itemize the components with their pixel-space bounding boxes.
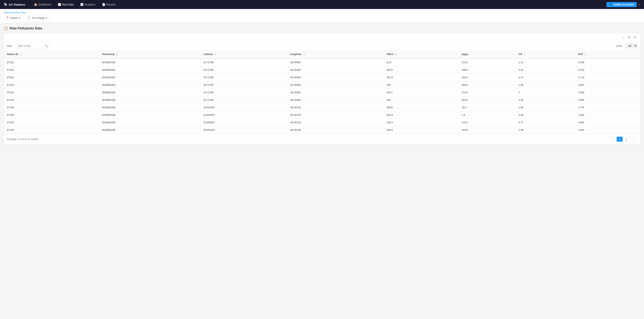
nav-dashboard[interactable]: 🏠 Dashboard	[31, 2, 54, 8]
timestamp-cell: 1638561598	[99, 96, 200, 104]
filter-input[interactable]	[16, 43, 49, 48]
table-row: ST105163856159433.933337-84.35729139.341…	[4, 119, 640, 126]
pm10-cell: 375.6	[459, 89, 516, 96]
latitude-header[interactable]: Latitude ▲▼	[200, 50, 287, 58]
close-button[interactable]: ✕	[633, 35, 637, 40]
filter-label: Filter:	[7, 44, 13, 47]
pm10-cell: 19.5	[459, 104, 516, 111]
section-icon: 📋	[4, 26, 8, 30]
nav-links: 🏠 Dashboard 📈 Raw Data 📊 Analytics 📄 Rep…	[31, 2, 607, 8]
download-raw-data-link[interactable]: Download Raw Data	[4, 11, 26, 14]
station-filter-button[interactable]: 📍 Station ▾	[4, 16, 23, 20]
station-id-sort[interactable]: ▲▼	[20, 53, 22, 56]
station-id-cell: ST102	[4, 96, 99, 104]
prev-page-button[interactable]: ←	[609, 136, 616, 142]
table-row: ST102163856159233.71795-84.45454397.9424…	[4, 74, 640, 81]
longitude-sort[interactable]: ▲▼	[303, 53, 305, 56]
latitude-cell: 33.71795	[200, 74, 287, 81]
collapse-button[interactable]: ⌄	[621, 35, 626, 40]
navbar-right: 👤 ADMIN ACCOUNT ▾	[606, 2, 640, 7]
so2-cell: 0.713	[575, 74, 640, 81]
station-id-cell: ST105	[4, 104, 99, 111]
user-icon: 👤	[609, 3, 612, 6]
co-cell: 1.83	[516, 104, 575, 111]
so2-sort[interactable]: ▲▼	[584, 53, 586, 56]
refresh-button[interactable]: ↻	[627, 35, 632, 40]
timestamp-sort[interactable]: ▲▼	[116, 53, 118, 56]
pm25-cell: 462.5	[384, 66, 458, 74]
pm10-cell: 416.3	[459, 119, 516, 126]
timestamp-cell: 1638561592	[99, 74, 200, 81]
table-row: ST102163856158933.71795-84.4545462.9270.…	[4, 58, 640, 66]
pm25-sort[interactable]: ▲▼	[395, 53, 397, 56]
table-row: ST105163856158833.933337-84.35729486.619…	[4, 104, 640, 111]
longitude-cell: -84.45454	[287, 66, 384, 74]
chevron-down-icon[interactable]: ▾	[639, 4, 640, 6]
next-page-button[interactable]: →	[630, 136, 637, 142]
timestamp-cell: 1638561588	[99, 104, 200, 111]
co-cell: 1.13	[516, 58, 575, 66]
latitude-cell: 33.71795	[200, 96, 287, 104]
station-filter-icon: 📍	[6, 16, 9, 19]
latitude-cell: 33.71795	[200, 58, 287, 66]
pagination-row: Showing 1 to 10 of 11 entries ← 1 2 →	[4, 134, 640, 144]
co-cell: 3.29	[516, 96, 575, 104]
show-label: Show:	[616, 44, 623, 47]
pm25-cell: 397.9	[384, 74, 458, 81]
timestamp-cell: 1638561595	[99, 89, 200, 96]
pm10-cell: 270.2	[459, 58, 516, 66]
so2-cell: 0.661	[575, 81, 640, 89]
co-cell: 3	[516, 89, 575, 96]
time-range-filter-button[interactable]: 🕐 Time Range ▾	[25, 16, 50, 20]
station-id-cell: ST102	[4, 81, 99, 89]
station-id-header[interactable]: Station ID ▲▼	[4, 50, 99, 58]
co-header[interactable]: CO ▲▼	[516, 50, 575, 58]
card-actions: ⌄ ↻ ✕	[621, 35, 637, 40]
station-id-cell: ST105	[4, 119, 99, 126]
station-id-cell: ST102	[4, 66, 99, 74]
longitude-header[interactable]: Longitude ▲▼	[287, 50, 384, 58]
table-card: ⌄ ↻ ✕ Filter: 🔍 Show: 10 25 50 100	[4, 34, 640, 144]
timestamp-header[interactable]: Timestamp ▲▼	[99, 50, 200, 58]
nav-raw-data[interactable]: 📈 Raw Data	[55, 2, 76, 8]
pm25-cell: 254.1	[384, 89, 458, 96]
latitude-cell: 33.933337	[200, 119, 287, 126]
nav-reports[interactable]: 📄 Reports	[99, 2, 118, 8]
so2-cell: 0.065	[575, 96, 640, 104]
filter-row: Filter: 🔍 Show: 10 25 50 100	[4, 42, 640, 50]
brand[interactable]: 📡 IoT Platform	[4, 3, 25, 6]
pm10-cell: 1.3	[459, 111, 516, 119]
pm25-cell: 263.4	[384, 111, 458, 119]
co-cell: 2.04	[516, 111, 575, 119]
so2-cell: 0.858	[575, 89, 640, 96]
table-row: ST102163856159833.71795-84.45454294503.8…	[4, 96, 640, 104]
co-cell: 3.33	[516, 66, 575, 74]
co-cell: 3.27	[516, 74, 575, 81]
so2-header[interactable]: SO2 ▲▼	[575, 50, 640, 58]
pm10-header: PM10	[459, 50, 516, 58]
pm10-cell: 436.6	[459, 66, 516, 74]
page-1-button[interactable]: 1	[616, 136, 622, 142]
pm25-header[interactable]: PM2.5 ▲▼	[384, 50, 458, 58]
pm25-cell: 294	[384, 96, 458, 104]
latitude-sort[interactable]: ▲▼	[214, 53, 216, 56]
latitude-cell: 33.71795	[200, 81, 287, 89]
table-row: ST105163856159033.933337-84.35729263.41.…	[4, 111, 640, 119]
station-id-cell: ST102	[4, 89, 99, 96]
pm25-cell: 139.3	[384, 119, 458, 126]
show-select[interactable]: 10 25 50 100	[626, 43, 637, 48]
latitude-cell: 33.933337	[200, 111, 287, 119]
station-id-cell: ST102	[4, 74, 99, 81]
brand-label: IoT Platform	[9, 3, 25, 6]
table-card-toolbar: ⌄ ↻ ✕	[4, 34, 640, 42]
station-id-cell: ST102	[4, 58, 99, 66]
so2-cell: 0.309	[575, 58, 640, 66]
nav-analytics[interactable]: 📊 Analytics	[77, 2, 98, 8]
admin-account-button[interactable]: 👤 ADMIN ACCOUNT	[606, 2, 637, 7]
time-chevron-icon: ▾	[46, 16, 47, 19]
page-2-button[interactable]: 2	[623, 136, 629, 142]
timestamp-cell: 1638561593	[99, 81, 200, 89]
analytics-icon: 📊	[80, 3, 84, 6]
pm25-cell: 62.9	[384, 58, 458, 66]
co-sort[interactable]: ▲▼	[524, 53, 526, 56]
